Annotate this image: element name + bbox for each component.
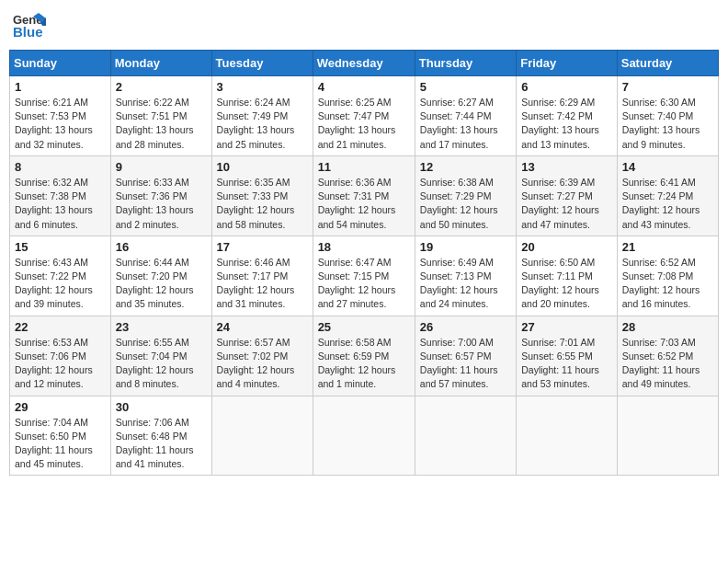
day-detail: Sunrise: 7:00 AMSunset: 6:57 PMDaylight:… (420, 336, 511, 392)
day-detail: Sunrise: 7:04 AMSunset: 6:50 PMDaylight:… (15, 416, 106, 472)
day-number: 15 (15, 240, 106, 254)
calendar-cell: 13Sunrise: 6:39 AMSunset: 7:27 PMDayligh… (517, 155, 618, 236)
day-detail: Sunrise: 6:41 AMSunset: 7:24 PMDaylight:… (622, 176, 713, 232)
day-detail: Sunrise: 6:24 AMSunset: 7:49 PMDaylight:… (217, 96, 308, 152)
calendar-cell: 27Sunrise: 7:01 AMSunset: 6:55 PMDayligh… (517, 316, 618, 396)
day-number: 17 (217, 240, 308, 254)
day-detail: Sunrise: 6:58 AMSunset: 6:59 PMDaylight:… (318, 336, 410, 392)
calendar-week-4: 22Sunrise: 6:53 AMSunset: 7:06 PMDayligh… (10, 316, 719, 396)
calendar-cell: 20Sunrise: 6:50 AMSunset: 7:11 PMDayligh… (517, 236, 618, 316)
calendar-cell: 14Sunrise: 6:41 AMSunset: 7:24 PMDayligh… (617, 155, 718, 236)
calendar-cell: 10Sunrise: 6:35 AMSunset: 7:33 PMDayligh… (211, 155, 313, 236)
calendar-cell: 19Sunrise: 6:49 AMSunset: 7:13 PMDayligh… (415, 236, 516, 316)
calendar-cell (617, 396, 718, 476)
day-number: 30 (116, 400, 207, 414)
day-number: 6 (521, 80, 612, 94)
calendar-cell: 16Sunrise: 6:44 AMSunset: 7:20 PMDayligh… (110, 236, 211, 316)
calendar-cell: 28Sunrise: 7:03 AMSunset: 6:52 PMDayligh… (617, 316, 718, 396)
calendar-cell: 21Sunrise: 6:52 AMSunset: 7:08 PMDayligh… (617, 236, 718, 316)
day-detail: Sunrise: 6:21 AMSunset: 7:53 PMDaylight:… (15, 96, 106, 152)
day-number: 3 (217, 80, 308, 94)
day-number: 13 (521, 160, 612, 174)
weekday-header-monday: Monday (110, 51, 211, 76)
weekday-header-wednesday: Wednesday (313, 51, 415, 76)
day-number: 12 (420, 160, 511, 174)
svg-text:Blue: Blue (13, 24, 43, 40)
day-number: 27 (521, 320, 612, 334)
page-header: General Blue (9, 9, 719, 42)
day-detail: Sunrise: 6:53 AMSunset: 7:06 PMDaylight:… (15, 336, 106, 392)
day-detail: Sunrise: 6:38 AMSunset: 7:29 PMDaylight:… (420, 176, 511, 232)
day-detail: Sunrise: 6:46 AMSunset: 7:17 PMDaylight:… (217, 256, 308, 312)
day-detail: Sunrise: 6:29 AMSunset: 7:42 PMDaylight:… (521, 96, 612, 152)
calendar-week-3: 15Sunrise: 6:43 AMSunset: 7:22 PMDayligh… (10, 236, 719, 316)
day-number: 23 (116, 320, 207, 334)
day-number: 28 (622, 320, 713, 334)
logo-icon: General Blue (13, 9, 46, 42)
calendar-table: SundayMondayTuesdayWednesdayThursdayFrid… (9, 50, 719, 476)
calendar-cell: 3Sunrise: 6:24 AMSunset: 7:49 PMDaylight… (211, 76, 313, 156)
weekday-header-friday: Friday (517, 51, 618, 76)
weekday-header-thursday: Thursday (415, 51, 516, 76)
day-number: 14 (622, 160, 713, 174)
day-detail: Sunrise: 6:35 AMSunset: 7:33 PMDaylight:… (217, 176, 308, 232)
day-number: 11 (318, 160, 410, 174)
day-detail: Sunrise: 7:01 AMSunset: 6:55 PMDaylight:… (521, 336, 612, 392)
calendar-cell: 7Sunrise: 6:30 AMSunset: 7:40 PMDaylight… (617, 76, 718, 156)
day-number: 29 (15, 400, 106, 414)
day-detail: Sunrise: 6:39 AMSunset: 7:27 PMDaylight:… (521, 176, 612, 232)
calendar-cell (415, 396, 516, 476)
calendar-cell: 4Sunrise: 6:25 AMSunset: 7:47 PMDaylight… (313, 76, 415, 156)
calendar-cell: 30Sunrise: 7:06 AMSunset: 6:48 PMDayligh… (110, 396, 211, 476)
weekday-header-tuesday: Tuesday (211, 51, 313, 76)
day-number: 8 (15, 160, 106, 174)
calendar-cell: 29Sunrise: 7:04 AMSunset: 6:50 PMDayligh… (10, 396, 111, 476)
day-detail: Sunrise: 6:52 AMSunset: 7:08 PMDaylight:… (622, 256, 713, 312)
day-number: 19 (420, 240, 511, 254)
day-number: 21 (622, 240, 713, 254)
calendar-cell: 15Sunrise: 6:43 AMSunset: 7:22 PMDayligh… (10, 236, 111, 316)
calendar-cell: 26Sunrise: 7:00 AMSunset: 6:57 PMDayligh… (415, 316, 516, 396)
day-detail: Sunrise: 6:44 AMSunset: 7:20 PMDaylight:… (116, 256, 207, 312)
calendar-cell: 5Sunrise: 6:27 AMSunset: 7:44 PMDaylight… (415, 76, 516, 156)
day-number: 24 (217, 320, 308, 334)
weekday-header-saturday: Saturday (617, 51, 718, 76)
calendar-cell: 9Sunrise: 6:33 AMSunset: 7:36 PMDaylight… (110, 155, 211, 236)
day-detail: Sunrise: 6:47 AMSunset: 7:15 PMDaylight:… (318, 256, 410, 312)
day-detail: Sunrise: 6:22 AMSunset: 7:51 PMDaylight:… (116, 96, 207, 152)
day-detail: Sunrise: 6:25 AMSunset: 7:47 PMDaylight:… (318, 96, 410, 152)
day-detail: Sunrise: 6:32 AMSunset: 7:38 PMDaylight:… (15, 176, 106, 232)
calendar-cell: 22Sunrise: 6:53 AMSunset: 7:06 PMDayligh… (10, 316, 111, 396)
calendar-cell (313, 396, 415, 476)
calendar-cell (211, 396, 313, 476)
day-number: 5 (420, 80, 511, 94)
day-detail: Sunrise: 7:06 AMSunset: 6:48 PMDaylight:… (116, 416, 207, 472)
calendar-header-row: SundayMondayTuesdayWednesdayThursdayFrid… (10, 51, 719, 76)
weekday-header-sunday: Sunday (10, 51, 111, 76)
day-detail: Sunrise: 6:36 AMSunset: 7:31 PMDaylight:… (318, 176, 410, 232)
day-detail: Sunrise: 6:30 AMSunset: 7:40 PMDaylight:… (622, 96, 713, 152)
day-number: 20 (521, 240, 612, 254)
day-number: 1 (15, 80, 106, 94)
day-number: 22 (15, 320, 106, 334)
calendar-cell: 2Sunrise: 6:22 AMSunset: 7:51 PMDaylight… (110, 76, 211, 156)
day-number: 26 (420, 320, 511, 334)
day-number: 16 (116, 240, 207, 254)
calendar-cell: 8Sunrise: 6:32 AMSunset: 7:38 PMDaylight… (10, 155, 111, 236)
calendar-cell: 6Sunrise: 6:29 AMSunset: 7:42 PMDaylight… (517, 76, 618, 156)
day-detail: Sunrise: 6:27 AMSunset: 7:44 PMDaylight:… (420, 96, 511, 152)
calendar-cell: 25Sunrise: 6:58 AMSunset: 6:59 PMDayligh… (313, 316, 415, 396)
day-number: 25 (318, 320, 410, 334)
day-detail: Sunrise: 7:03 AMSunset: 6:52 PMDaylight:… (622, 336, 713, 392)
day-number: 4 (318, 80, 410, 94)
day-number: 7 (622, 80, 713, 94)
calendar-week-5: 29Sunrise: 7:04 AMSunset: 6:50 PMDayligh… (10, 396, 719, 476)
calendar-cell (517, 396, 618, 476)
day-detail: Sunrise: 6:57 AMSunset: 7:02 PMDaylight:… (217, 336, 308, 392)
logo: General Blue (13, 9, 46, 42)
calendar-cell: 1Sunrise: 6:21 AMSunset: 7:53 PMDaylight… (10, 76, 111, 156)
day-number: 10 (217, 160, 308, 174)
day-detail: Sunrise: 6:43 AMSunset: 7:22 PMDaylight:… (15, 256, 106, 312)
calendar-cell: 11Sunrise: 6:36 AMSunset: 7:31 PMDayligh… (313, 155, 415, 236)
calendar-cell: 23Sunrise: 6:55 AMSunset: 7:04 PMDayligh… (110, 316, 211, 396)
